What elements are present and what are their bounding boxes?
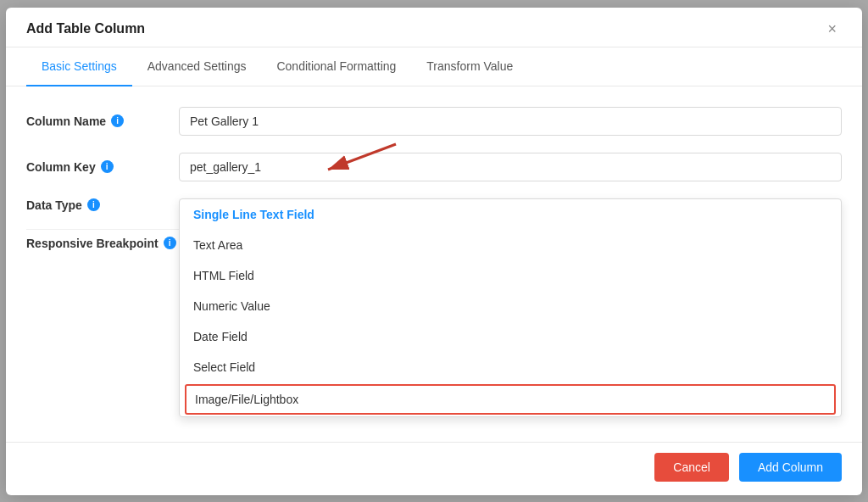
column-key-info-icon[interactable]: i (101, 160, 114, 173)
dropdown-item-html-field[interactable]: HTML Field (180, 260, 841, 291)
modal-dialog: Add Table Column × Basic Settings Advanc… (6, 8, 862, 495)
column-name-info-icon[interactable]: i (111, 114, 124, 127)
column-name-input[interactable] (179, 107, 842, 136)
dropdown-item-select-field[interactable]: Select Field (180, 352, 841, 382)
data-type-info-icon[interactable]: i (87, 198, 100, 211)
cancel-button[interactable]: Cancel (654, 453, 729, 482)
modal-tabs: Basic Settings Advanced Settings Conditi… (6, 47, 862, 86)
tab-transform-value[interactable]: Transform Value (411, 47, 528, 86)
add-column-button[interactable]: Add Column (739, 453, 842, 482)
modal-title: Add Table Column (26, 21, 145, 36)
modal-footer: Cancel Add Column (6, 442, 862, 495)
modal-overlay: Add Table Column × Basic Settings Advanc… (0, 0, 868, 502)
tab-conditional-formatting[interactable]: Conditional Formatting (261, 47, 411, 86)
column-key-input[interactable] (179, 153, 842, 181)
responsive-info-icon[interactable]: i (164, 237, 176, 249)
dropdown-item-single-line[interactable]: Single Line Text Field (180, 199, 841, 230)
dropdown-item-date-field[interactable]: Date Field (180, 321, 841, 352)
modal-header: Add Table Column × (6, 8, 862, 47)
column-key-row: Column Key i (26, 153, 842, 181)
column-key-label: Column Key i (26, 160, 179, 174)
data-type-row: Data Type i Single Line Text Field Text … (26, 198, 842, 212)
tab-basic-settings[interactable]: Basic Settings (26, 47, 132, 86)
dropdown-item-numeric[interactable]: Numeric Value (180, 291, 841, 321)
dropdown-item-text-area[interactable]: Text Area (180, 230, 841, 260)
dropdown-item-image-file[interactable]: Image/File/Lightbox (185, 384, 836, 415)
responsive-breakpoint-label: Responsive Breakpoint i (26, 237, 179, 250)
close-button[interactable]: × (822, 20, 842, 38)
dropdown-menu: Single Line Text Field Text Area HTML Fi… (179, 198, 842, 417)
column-name-label: Column Name i (26, 114, 179, 128)
data-type-label: Data Type i (26, 198, 179, 212)
modal-body: Column Name i Column Key i Data Type i (6, 86, 862, 442)
tab-advanced-settings[interactable]: Advanced Settings (132, 47, 262, 86)
column-name-row: Column Name i (26, 107, 842, 136)
